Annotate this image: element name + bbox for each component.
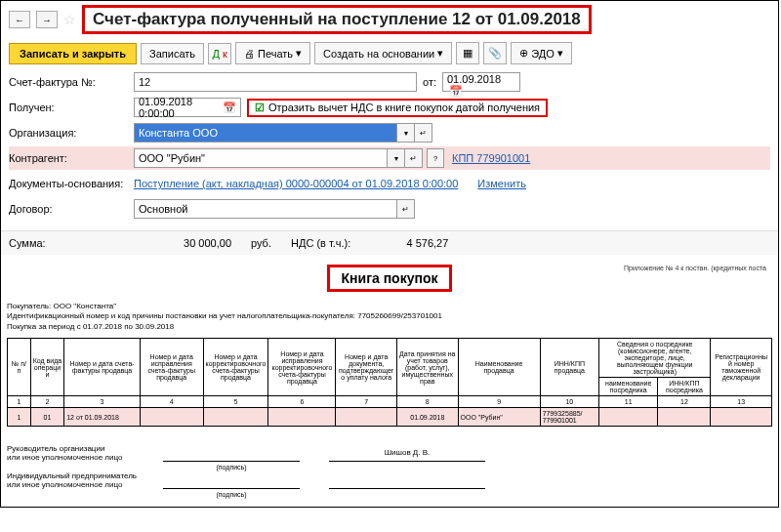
- cell: ООО "Рубин": [458, 408, 540, 427]
- print-label: Печать: [258, 48, 293, 60]
- dtkt-button[interactable]: Дк: [208, 43, 231, 64]
- edo-label: ЭДО: [531, 48, 555, 60]
- purchase-book-table: № п/п Код вида операции Номер и дата сче…: [7, 338, 772, 427]
- create-based-label: Создать на основании: [323, 48, 434, 60]
- th-3: Номер и дата счета-фактуры продавца: [64, 339, 141, 396]
- page-title: Счет-фактура полученный на поступление 1…: [82, 5, 592, 34]
- sum-label: Сумма:: [9, 237, 134, 249]
- nav-fwd-button[interactable]: →: [36, 11, 58, 28]
- cell: 7799325885/ 779901001: [540, 408, 598, 427]
- cn-4: 4: [140, 396, 203, 408]
- ot-date-input[interactable]: 01.09.2018📅: [442, 72, 520, 92]
- sig-head1: Руководитель организации: [7, 444, 163, 453]
- cell: [140, 408, 203, 427]
- attach-button[interactable]: 📎: [483, 42, 507, 64]
- contr-help-button[interactable]: ?: [427, 148, 444, 168]
- contract-label: Договор:: [9, 203, 134, 215]
- th-8: Дата принятия на учет товаров (работ, ус…: [396, 339, 458, 396]
- create-based-button[interactable]: Создать на основании ▾: [314, 42, 452, 64]
- related-button[interactable]: ▦: [456, 42, 479, 64]
- sig-name: Шишов Д. В.: [329, 448, 485, 462]
- appendix-note: Приложение № 4 к постан. (кредитных пост…: [624, 265, 766, 271]
- th-12: ИНН/КПП посредника: [658, 378, 711, 396]
- buyer-line: Покупатель: ООО "Константа": [7, 302, 772, 311]
- sig-name2: [329, 475, 485, 489]
- org-dropdown-button[interactable]: ▾: [397, 123, 415, 143]
- ot-label: от:: [423, 76, 436, 88]
- org-input[interactable]: [134, 123, 397, 143]
- book-title: Книга покупок: [327, 265, 453, 292]
- cell: [658, 408, 711, 427]
- change-link[interactable]: Изменить: [477, 178, 526, 189]
- cell: [268, 408, 336, 427]
- cn-12: 12: [658, 396, 711, 408]
- th-7: Номер и дата документа, подтверждающего …: [336, 339, 397, 396]
- invoice-no-label: Счет-фактура №:: [9, 76, 134, 88]
- vat-checkbox-highlight: ☑ Отразить вычет НДС в книге покупок дат…: [247, 99, 548, 117]
- kt-icon: к: [223, 48, 227, 60]
- th-2: Код вида операции: [30, 339, 64, 396]
- contr-open-button[interactable]: ↵: [405, 148, 423, 168]
- sig-sign-lbl: (подпись): [163, 464, 300, 471]
- received-label: Получен:: [9, 102, 134, 113]
- sig-head2: или иное уполномоченное лицо: [7, 453, 163, 462]
- org-label: Организация:: [9, 127, 134, 139]
- sig-sign-line: (подпись): [163, 448, 300, 462]
- cn-10: 10: [540, 396, 598, 408]
- cn-7: 7: [336, 396, 397, 408]
- th-6: Номер и дата исправления корректировочно…: [268, 339, 336, 396]
- calendar-icon[interactable]: 📅: [223, 102, 236, 114]
- cn-9: 9: [458, 396, 540, 408]
- save-close-button[interactable]: Записать и закрыть: [9, 43, 137, 64]
- contr-input[interactable]: [134, 148, 388, 168]
- edo-button[interactable]: ⊕ ЭДО ▾: [511, 42, 572, 64]
- print-button[interactable]: 🖨 Печать ▾: [235, 42, 310, 64]
- received-input[interactable]: 01.09.2018 0:00:00📅: [134, 98, 241, 117]
- period-line: Покупка за период с 01.07.2018 по 30.09.…: [7, 322, 772, 332]
- save-button[interactable]: Записать: [141, 43, 204, 64]
- cn-3: 3: [64, 396, 141, 408]
- calendar-icon[interactable]: 📅: [449, 85, 463, 97]
- checkbox-checked-icon[interactable]: ☑: [255, 102, 265, 114]
- ot-date-value: 01.09.2018: [447, 73, 501, 85]
- sig-ip1: Индивидуальный предприниматель: [7, 471, 163, 480]
- cell: 01: [30, 408, 64, 427]
- kpp-link[interactable]: КПП 779901001: [452, 152, 530, 164]
- cell: [599, 408, 658, 427]
- contr-label: Контрагент:: [9, 152, 134, 164]
- sum-value: 30 000,00: [153, 237, 231, 249]
- table-row: 1 01 12 от 01.09.2018 01.09.2018 ООО "Ру…: [8, 408, 772, 427]
- org-open-button[interactable]: ↵: [415, 123, 432, 143]
- nav-back-button[interactable]: ←: [9, 11, 30, 28]
- contr-dropdown-button[interactable]: ▾: [388, 148, 405, 168]
- cell: [711, 408, 772, 427]
- th-9: Наименование продавца: [458, 339, 540, 396]
- vat-value: 4 576,27: [370, 237, 448, 249]
- cn-5: 5: [203, 396, 268, 408]
- th-5: Номер и дата корректировочного счета-фак…: [203, 339, 268, 396]
- cn-13: 13: [711, 396, 772, 408]
- th-13: Регистрационный номер таможенной деклара…: [711, 339, 772, 396]
- cn-6: 6: [268, 396, 336, 408]
- th-4: Номер и дата исправления счета-фактуры п…: [140, 339, 203, 396]
- sum-currency: руб.: [251, 237, 271, 249]
- vat-checkbox-label: Отразить вычет НДС в книге покупок датой…: [268, 102, 540, 113]
- th-1: № п/п: [8, 339, 31, 396]
- cn-11: 11: [599, 396, 658, 408]
- doc-basis-label: Документы-основания:: [9, 178, 134, 189]
- sig-ip2: или иное уполномоченное лицо: [7, 480, 163, 489]
- contract-input[interactable]: [134, 199, 397, 219]
- cell: [203, 408, 268, 427]
- cell: 12 от 01.09.2018: [64, 408, 141, 427]
- cell: 1: [8, 408, 31, 427]
- doc-basis-link[interactable]: Поступление (акт, накладная) 0000-000004…: [134, 178, 458, 189]
- th-10: ИНН/КПП продавца: [540, 339, 598, 396]
- th-11top: Сведения о посреднике (комиссионере, аге…: [599, 339, 711, 378]
- cn-2: 2: [30, 396, 64, 408]
- sig-sign-line2: (подпись): [163, 475, 300, 489]
- invoice-no-input[interactable]: [134, 72, 417, 92]
- th-11: наименование посредника: [599, 378, 658, 396]
- contract-open-button[interactable]: ↵: [397, 199, 415, 219]
- cell: 01.09.2018: [396, 408, 458, 427]
- favorite-star-icon[interactable]: ☆: [63, 12, 76, 27]
